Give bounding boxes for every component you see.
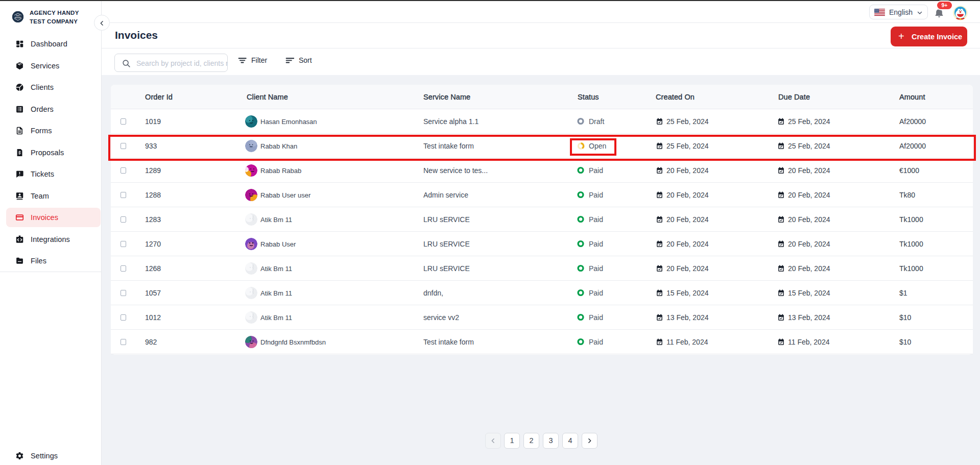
- svg-text:SERVER: SERVER: [14, 17, 21, 19]
